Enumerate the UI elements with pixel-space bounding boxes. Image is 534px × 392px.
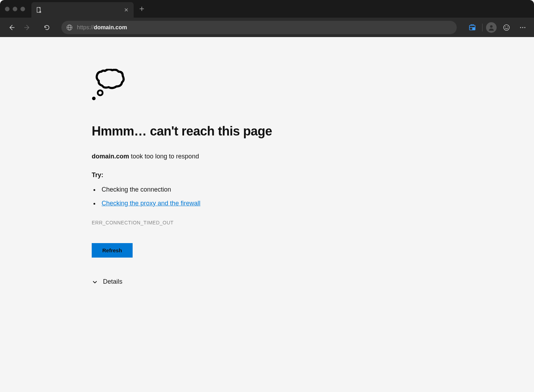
error-title: Hmmm… can't reach this page xyxy=(92,124,317,139)
svg-point-11 xyxy=(98,90,103,95)
titlebar xyxy=(0,0,534,18)
close-window-button[interactable] xyxy=(5,7,10,11)
globe-icon xyxy=(66,24,73,31)
error-domain: domain.com xyxy=(92,153,129,160)
shopping-icon[interactable] xyxy=(466,21,479,34)
address-bar[interactable]: https://domain.com xyxy=(61,21,457,34)
tab-close-button[interactable] xyxy=(123,7,129,13)
proxy-firewall-link[interactable]: Checking the proxy and the firewall xyxy=(102,200,200,207)
minimize-window-button[interactable] xyxy=(13,7,17,11)
refresh-page-button[interactable]: Refresh xyxy=(92,243,133,258)
svg-rect-3 xyxy=(472,28,475,30)
refresh-button[interactable] xyxy=(40,21,54,34)
chevron-down-icon xyxy=(92,279,98,285)
details-label: Details xyxy=(103,278,122,285)
tab-error-icon xyxy=(36,7,42,13)
suggestion-check-connection: Checking the connection xyxy=(99,186,317,193)
maximize-window-button[interactable] xyxy=(20,7,25,11)
suggestions-list: Checking the connection Checking the pro… xyxy=(92,186,317,207)
error-container: Hmmm… can't reach this page domain.com t… xyxy=(92,69,317,285)
profile-avatar[interactable] xyxy=(486,22,497,33)
toolbar: https://domain.com xyxy=(0,18,534,37)
feedback-icon[interactable] xyxy=(500,21,513,34)
error-message: domain.com took too long to respond xyxy=(92,153,317,160)
toolbar-right xyxy=(466,21,529,34)
page-content: Hmmm… can't reach this page domain.com t… xyxy=(0,37,534,392)
svg-point-12 xyxy=(92,97,96,100)
suggestion-check-proxy: Checking the proxy and the firewall xyxy=(99,200,317,207)
thought-bubble-icon xyxy=(92,69,317,103)
error-code: ERR_CONNECTION_TIMED_OUT xyxy=(92,220,317,225)
svg-point-10 xyxy=(524,27,526,28)
svg-point-7 xyxy=(507,26,508,27)
toolbar-divider xyxy=(482,24,483,31)
window-controls xyxy=(5,7,25,11)
error-message-suffix: took too long to respond xyxy=(129,153,199,160)
url-domain: domain.com xyxy=(94,24,127,30)
svg-point-4 xyxy=(490,25,493,28)
svg-point-6 xyxy=(505,26,506,27)
details-toggle[interactable]: Details xyxy=(92,278,317,285)
try-label: Try: xyxy=(92,171,317,179)
url-prefix: https:// xyxy=(77,24,94,30)
address-url: https://domain.com xyxy=(77,24,127,31)
svg-point-9 xyxy=(522,27,523,28)
menu-button[interactable] xyxy=(516,21,529,34)
svg-point-8 xyxy=(520,27,521,28)
new-tab-button[interactable] xyxy=(136,3,148,15)
browser-tab[interactable] xyxy=(31,2,134,18)
back-button[interactable] xyxy=(5,21,18,34)
forward-button[interactable] xyxy=(20,21,34,34)
svg-point-5 xyxy=(504,25,509,30)
